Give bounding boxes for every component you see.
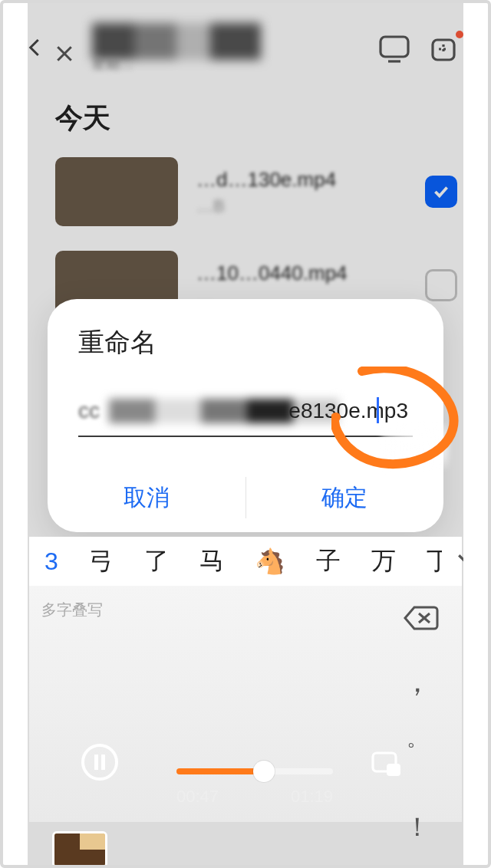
ime-candidate[interactable]: 3 bbox=[29, 547, 74, 576]
ime-candidate[interactable]: 万 bbox=[356, 544, 411, 578]
ime-candidate[interactable]: 弓 bbox=[74, 544, 129, 578]
pip-icon[interactable] bbox=[370, 748, 404, 779]
rename-dialog: 重命名 cc e8130e.mp3 取消 确定 bbox=[48, 299, 443, 532]
ime-candidate[interactable]: 🐴 bbox=[239, 547, 301, 576]
svg-rect-7 bbox=[387, 764, 400, 776]
handwriting-keyboard[interactable]: 多字叠写 ， 。 ！ 00:47 01:19 bbox=[29, 586, 462, 822]
ime-candidate[interactable]: 子 bbox=[301, 544, 356, 578]
progress-knob-icon[interactable] bbox=[253, 761, 275, 782]
ime-candidate[interactable]: 了 bbox=[129, 544, 184, 578]
pause-button[interactable] bbox=[81, 744, 118, 781]
ime-candidate-bar: 3 弓 了 马 🐴 子 万 丁 bbox=[29, 537, 462, 586]
dialog-title: 重命名 bbox=[48, 325, 443, 376]
backspace-icon[interactable] bbox=[404, 604, 439, 632]
ime-candidate[interactable]: 丁 bbox=[411, 544, 442, 578]
video-thumbnail-strip[interactable] bbox=[52, 831, 107, 868]
cancel-button[interactable]: 取消 bbox=[48, 463, 246, 532]
time-current: 00:47 bbox=[176, 787, 219, 807]
progress-fill bbox=[176, 768, 264, 774]
keyboard-hint: 多字叠写 bbox=[41, 600, 103, 620]
video-player-bar: 00:47 01:19 bbox=[58, 738, 433, 830]
rename-input[interactable]: cc e8130e.mp3 bbox=[78, 399, 413, 431]
confirm-button[interactable]: 确定 bbox=[246, 463, 444, 532]
comma-key[interactable]: ， bbox=[402, 663, 433, 702]
ime-candidate[interactable]: 马 bbox=[184, 544, 239, 578]
time-total: 01:19 bbox=[291, 787, 333, 807]
progress-track[interactable] bbox=[176, 768, 333, 774]
text-caret-icon bbox=[377, 397, 379, 423]
